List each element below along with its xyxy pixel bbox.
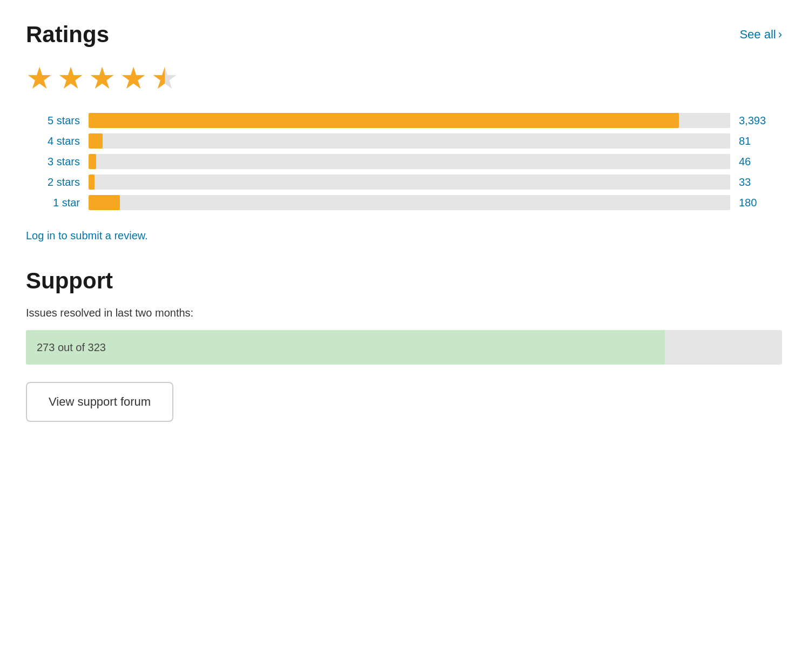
bar-fill-5stars bbox=[89, 113, 679, 128]
bar-track-4stars bbox=[89, 133, 730, 149]
support-bar-fill: 273 out of 323 bbox=[26, 330, 665, 365]
bar-row-1star: 1 star 180 bbox=[26, 195, 782, 210]
bar-fill-1star bbox=[89, 195, 120, 210]
bar-count-2stars: 33 bbox=[739, 176, 782, 189]
star-3: ★ bbox=[89, 61, 116, 96]
bar-track-3stars bbox=[89, 154, 730, 169]
support-section: Support Issues resolved in last two mont… bbox=[26, 268, 782, 422]
star-5-half-fill: ★ bbox=[151, 61, 165, 96]
ratings-section: Ratings See all › ★ ★ ★ ★ ★ ★ 5 stars 3,… bbox=[26, 22, 782, 268]
bar-count-1star: 180 bbox=[739, 197, 782, 209]
log-in-to-review-link[interactable]: Log in to submit a review. bbox=[26, 230, 148, 242]
bar-track-5stars bbox=[89, 113, 730, 128]
view-support-forum-button[interactable]: View support forum bbox=[26, 382, 173, 422]
star-1: ★ bbox=[26, 61, 53, 96]
issues-resolved-text: Issues resolved in last two months: bbox=[26, 307, 782, 319]
star-rating-row: ★ ★ ★ ★ ★ ★ bbox=[26, 61, 782, 96]
bar-row-2stars: 2 stars 33 bbox=[26, 174, 782, 190]
bar-label-1star: 1 star bbox=[26, 197, 80, 209]
support-title: Support bbox=[26, 268, 782, 294]
see-all-label: See all bbox=[739, 28, 776, 42]
star-5-half: ★ ★ bbox=[151, 61, 178, 96]
bar-label-3stars: 3 stars bbox=[26, 156, 80, 168]
bar-label-5stars: 5 stars bbox=[26, 115, 80, 127]
support-bar-label: 273 out of 323 bbox=[37, 341, 106, 354]
support-bar-track: 273 out of 323 bbox=[26, 330, 782, 365]
ratings-title: Ratings bbox=[26, 22, 109, 48]
bar-label-4stars: 4 stars bbox=[26, 135, 80, 147]
bar-count-3stars: 46 bbox=[739, 156, 782, 168]
star-2: ★ bbox=[57, 61, 84, 96]
bar-fill-3stars bbox=[89, 154, 96, 169]
bar-label-2stars: 2 stars bbox=[26, 176, 80, 189]
star-4: ★ bbox=[120, 61, 147, 96]
ratings-header: Ratings See all › bbox=[26, 22, 782, 48]
bar-row-4stars: 4 stars 81 bbox=[26, 133, 782, 149]
bar-row-3stars: 3 stars 46 bbox=[26, 154, 782, 169]
see-all-link[interactable]: See all › bbox=[739, 28, 782, 42]
bar-fill-2stars bbox=[89, 174, 95, 190]
ratings-bars: 5 stars 3,393 4 stars 81 3 stars 46 2 st… bbox=[26, 113, 782, 210]
bar-count-5stars: 3,393 bbox=[739, 115, 782, 127]
bar-fill-4stars bbox=[89, 133, 103, 149]
bar-track-2stars bbox=[89, 174, 730, 190]
bar-row-5stars: 5 stars 3,393 bbox=[26, 113, 782, 128]
bar-count-4stars: 81 bbox=[739, 135, 782, 147]
chevron-right-icon: › bbox=[778, 28, 782, 42]
bar-track-1star bbox=[89, 195, 730, 210]
